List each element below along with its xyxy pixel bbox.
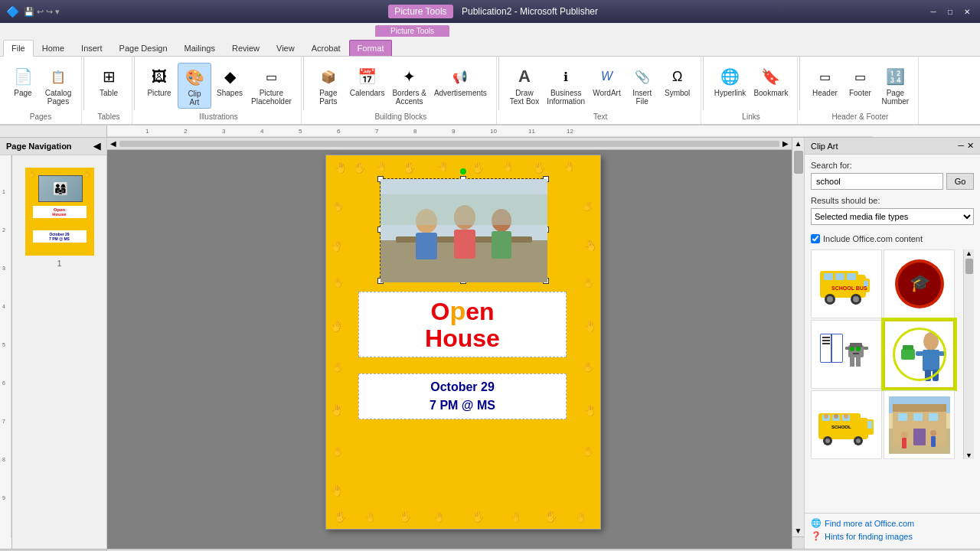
- tab-view[interactable]: View: [268, 40, 303, 56]
- advertisements-button[interactable]: 📢 Advertisements: [431, 63, 490, 99]
- page-button[interactable]: 📄 Page: [6, 63, 40, 99]
- include-office-checkbox[interactable]: [811, 234, 820, 243]
- results-scroll-thumb[interactable]: [965, 259, 973, 274]
- tab-file[interactable]: File: [3, 40, 34, 57]
- nav-panel-collapse[interactable]: ◀: [93, 141, 100, 152]
- picture-placeholder-button[interactable]: ▭ PicturePlaceholder: [248, 63, 295, 107]
- minimize-button[interactable]: ─: [926, 5, 940, 18]
- scroll-right-btn[interactable]: ▶: [782, 139, 789, 148]
- scroll-up-btn[interactable]: ▲: [793, 138, 804, 149]
- tab-mailings[interactable]: Mailings: [176, 40, 224, 56]
- svg-text:11: 11: [528, 128, 535, 135]
- svg-point-95: [901, 432, 907, 438]
- calendars-icon: 📅: [355, 64, 380, 89]
- tab-home[interactable]: Home: [34, 40, 73, 56]
- clip-item-6[interactable]: [884, 390, 955, 459]
- hyperlink-button[interactable]: 🌐 Hyperlink: [711, 63, 750, 99]
- tab-review[interactable]: Review: [224, 40, 268, 56]
- photo-selection-box[interactable]: [380, 178, 547, 282]
- results-scroll-down[interactable]: ▼: [964, 452, 974, 459]
- header-label: Header: [812, 89, 838, 97]
- hints-icon: ❓: [811, 531, 822, 541]
- calendars-button[interactable]: 📅 Calendars: [347, 63, 388, 99]
- handprint-t5: 🤚: [437, 161, 449, 172]
- scroll-down-btn[interactable]: ▼: [793, 525, 804, 536]
- panel-controls: ─ ✕: [958, 141, 974, 151]
- rotation-handle[interactable]: [460, 168, 466, 174]
- clip-item-4[interactable]: [884, 320, 955, 389]
- maximize-button[interactable]: □: [943, 5, 957, 18]
- draw-text-box-button[interactable]: A DrawText Box: [507, 63, 542, 107]
- insert-file-button[interactable]: 📎 InsertFile: [626, 63, 659, 107]
- wordart-label: WordArt: [593, 89, 621, 97]
- svg-text:2: 2: [2, 227, 5, 233]
- ribbon-group-text: A DrawText Box ℹ BusinessInformation W W…: [501, 57, 701, 124]
- clip-item-2[interactable]: 🎓: [884, 249, 955, 318]
- svg-rect-70: [903, 345, 913, 350]
- clip-art-minimize-btn[interactable]: ─: [958, 141, 964, 151]
- links-group-label: Links: [742, 112, 760, 121]
- clip-art-search-input[interactable]: [811, 173, 943, 190]
- clip-art-close-btn[interactable]: ✕: [967, 141, 974, 151]
- picture-button[interactable]: 🖼 Picture: [142, 63, 176, 99]
- tab-insert[interactable]: Insert: [73, 40, 111, 56]
- header-footer-items: ▭ Header ▭ Footer 🔢 PageNumber: [808, 60, 912, 111]
- page-parts-button[interactable]: 📦 PageParts: [312, 63, 345, 107]
- results-vscroll[interactable]: ▲ ▼: [963, 249, 974, 459]
- results-scroll-up[interactable]: ▲: [964, 249, 974, 257]
- window-title: Picture Tools Publication2 - Microsoft P…: [388, 6, 598, 17]
- find-more-link[interactable]: 🌐 Find more at Office.com: [811, 518, 974, 528]
- svg-rect-66: [939, 351, 946, 356]
- clip-item-1[interactable]: SCHOOL BUS: [811, 249, 882, 318]
- time-text: 7 PM @ MS: [430, 399, 495, 412]
- tab-format[interactable]: Format: [349, 40, 393, 56]
- office-icon: 🌐: [811, 518, 822, 528]
- wordart-button[interactable]: W WordArt: [590, 63, 624, 99]
- scroll-left-btn[interactable]: ◀: [110, 139, 116, 148]
- borders-button[interactable]: ✦ Borders &Accents: [389, 63, 429, 107]
- symbol-button[interactable]: Ω Symbol: [661, 63, 694, 99]
- date-textbox[interactable]: October 29 7 PM @ MS: [358, 373, 567, 419]
- handprint-r7: ✋: [583, 446, 594, 457]
- page-thumbnail-1[interactable]: ✋ ✋ 👨‍👩‍👧 OpenHouse October 297 PM @ MS: [25, 168, 94, 256]
- handprint-l3: ✋: [332, 276, 345, 289]
- separator-2: [134, 57, 135, 110]
- business-info-button[interactable]: ℹ BusinessInformation: [544, 63, 588, 107]
- svg-text:2: 2: [184, 128, 188, 135]
- clip-art-button[interactable]: 🎨 ClipArt: [178, 63, 211, 109]
- handprint-t3: 🤚: [376, 161, 387, 172]
- footer-button[interactable]: ▭ Footer: [843, 63, 877, 99]
- catalog-pages-button[interactable]: 📋 CatalogPages: [41, 63, 75, 107]
- results-type-dropdown[interactable]: Selected media file types: [811, 208, 974, 225]
- scroll-thumb[interactable]: [794, 151, 803, 174]
- h-scroll-bar[interactable]: ◀ ▶: [107, 138, 792, 150]
- tab-acrobat[interactable]: Acrobat: [303, 40, 349, 56]
- svg-point-41: [853, 296, 859, 302]
- h-scroll-track: [119, 141, 779, 147]
- handprint-b4: 🤚: [433, 512, 445, 523]
- tab-page-design[interactable]: Page Design: [111, 40, 176, 56]
- clip-art-go-button[interactable]: Go: [946, 173, 974, 190]
- clip-item-3[interactable]: [811, 320, 882, 389]
- close-button[interactable]: ✕: [960, 5, 974, 18]
- svg-point-57: [856, 347, 861, 351]
- ribbon-group-building-blocks: 📦 PageParts 📅 Calendars ✦ Borders &Accen…: [305, 57, 497, 124]
- document-page: 🤚 ✋ 🤚 ✋ 🤚 ✋ 🤚 ✋ 🤚 ✋ 🤚 ✋ 🤚 ✋ 🤚 ✋ 🤚 ✋: [325, 155, 601, 530]
- page-number-button[interactable]: 🔢 PageNumber: [878, 63, 912, 107]
- separator-1: [83, 57, 84, 110]
- bookmark-button[interactable]: 🔖 Bookmark: [750, 63, 791, 99]
- shapes-button[interactable]: ◆ Shapes: [213, 63, 247, 99]
- clip-item-5[interactable]: SCHOOL: [811, 390, 882, 459]
- footer-label: Footer: [849, 89, 871, 97]
- scroll-corner: [792, 536, 804, 549]
- canvas-vscroll[interactable]: ▲ ▼: [792, 138, 804, 536]
- clip-art-icon: 🎨: [182, 65, 207, 90]
- insert-file-icon: 📎: [630, 64, 655, 89]
- svg-rect-62: [864, 347, 868, 350]
- open-house-textbox[interactable]: Open House: [358, 292, 567, 358]
- header-button[interactable]: ▭ Header: [808, 63, 841, 99]
- header-footer-group-label: Header & Footer: [831, 112, 888, 121]
- handprint-l1: ✋: [331, 199, 345, 213]
- table-button[interactable]: ⊞ Table: [92, 63, 126, 99]
- hints-link[interactable]: ❓ Hints for finding images: [811, 531, 974, 541]
